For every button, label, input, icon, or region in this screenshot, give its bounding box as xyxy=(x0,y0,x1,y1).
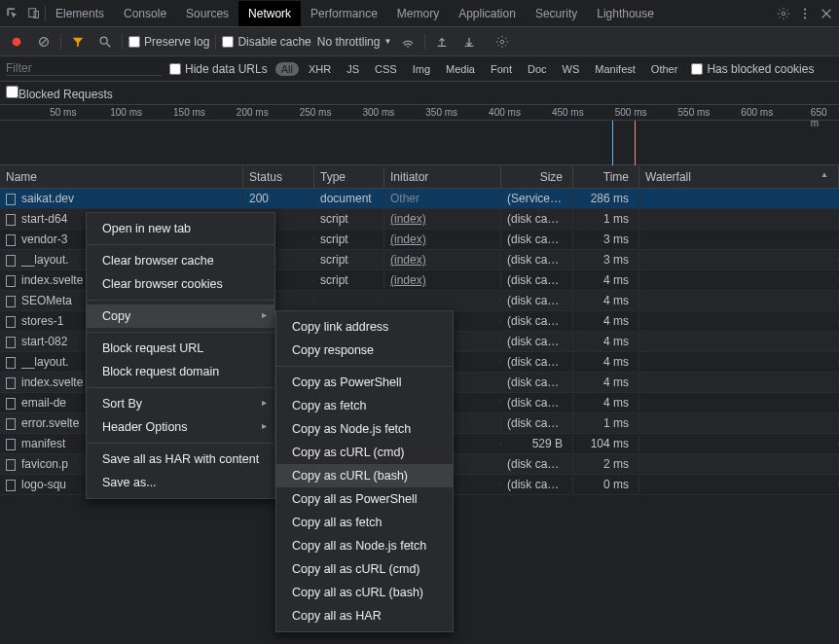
tick: 250 ms xyxy=(300,107,332,118)
domcontentloaded-marker xyxy=(612,121,613,165)
menu-item[interactable]: Copy as cURL (bash) xyxy=(276,464,453,487)
clear-icon[interactable] xyxy=(33,31,55,53)
table-row[interactable]: saikat.dev200documentOther(ServiceW...28… xyxy=(0,189,839,209)
type-filter-css[interactable]: CSS xyxy=(369,62,403,76)
menu-item[interactable]: Copy all as HAR xyxy=(276,604,453,627)
network-conditions-icon[interactable] xyxy=(397,31,419,53)
tick: 400 ms xyxy=(489,107,521,118)
blocked-requests-checkbox[interactable]: Blocked Requests xyxy=(6,86,113,101)
hide-data-urls-checkbox[interactable]: Hide data URLs xyxy=(169,62,268,76)
menu-item[interactable]: Clear browser cache xyxy=(87,249,274,272)
type-filters: AllXHRJSCSSImgMediaFontDocWSManifestOthe… xyxy=(275,62,684,76)
menu-item[interactable]: Save as... xyxy=(87,471,274,494)
inspect-icon[interactable] xyxy=(2,3,23,24)
menu-item[interactable]: Block request URL xyxy=(87,337,274,360)
menu-item[interactable]: Open in new tab xyxy=(87,217,274,240)
toolbar-settings-icon[interactable] xyxy=(492,31,513,53)
svg-point-2 xyxy=(782,12,785,16)
has-blocked-cookies-checkbox[interactable]: Has blocked cookies xyxy=(691,62,814,76)
menu-item[interactable]: Copy all as cURL (cmd) xyxy=(276,557,453,581)
type-filter-font[interactable]: Font xyxy=(485,62,518,76)
menu-item[interactable]: Copy all as fetch xyxy=(276,511,453,534)
col-time[interactable]: Time xyxy=(573,166,639,188)
timeline-overview[interactable]: 50 ms100 ms150 ms200 ms250 ms300 ms350 m… xyxy=(0,105,839,165)
tick: 600 ms xyxy=(741,107,773,118)
col-waterfall[interactable]: Waterfall xyxy=(639,166,839,188)
menu-item[interactable]: Copy as Node.js fetch xyxy=(276,417,453,441)
type-filter-doc[interactable]: Doc xyxy=(522,62,553,76)
tab-network[interactable]: Network xyxy=(238,1,301,26)
svg-point-4 xyxy=(804,12,806,14)
col-name[interactable]: Name xyxy=(0,166,243,188)
tick: 500 ms xyxy=(615,107,647,118)
type-filter-img[interactable]: Img xyxy=(407,62,436,76)
disable-cache-checkbox[interactable]: Disable cache xyxy=(222,35,310,49)
svg-point-9 xyxy=(408,45,410,47)
tick: 150 ms xyxy=(173,107,205,118)
tab-elements[interactable]: Elements xyxy=(46,1,114,26)
col-size[interactable]: Size xyxy=(501,166,573,188)
import-har-icon[interactable] xyxy=(431,31,453,53)
filter-input[interactable] xyxy=(6,61,162,76)
tab-console[interactable]: Console xyxy=(114,1,176,26)
type-filter-js[interactable]: JS xyxy=(341,62,365,76)
col-type[interactable]: Type xyxy=(314,166,384,188)
menu-item[interactable]: Block request domain xyxy=(87,360,274,383)
menu-item[interactable]: Copy as fetch xyxy=(276,394,453,417)
type-filter-xhr[interactable]: XHR xyxy=(303,62,337,76)
menu-item[interactable]: Copy all as PowerShell xyxy=(276,487,453,511)
menu-item[interactable]: Sort By xyxy=(87,392,274,415)
svg-rect-0 xyxy=(29,8,36,17)
tick: 350 ms xyxy=(425,107,457,118)
type-filter-ws[interactable]: WS xyxy=(557,62,586,76)
type-filter-other[interactable]: Other xyxy=(645,62,684,76)
col-initiator[interactable]: Initiator xyxy=(384,166,501,188)
throttling-select[interactable]: No throttling▼ xyxy=(317,35,392,49)
svg-point-8 xyxy=(100,37,107,44)
close-icon[interactable] xyxy=(816,3,837,24)
tab-memory[interactable]: Memory xyxy=(387,1,449,26)
col-status[interactable]: Status xyxy=(243,166,314,188)
menu-item[interactable]: Save all as HAR with content xyxy=(87,447,274,471)
svg-point-3 xyxy=(804,8,806,10)
svg-point-6 xyxy=(13,37,21,46)
blocked-requests-bar: Blocked Requests xyxy=(0,82,839,105)
type-filter-all[interactable]: All xyxy=(275,62,299,76)
filter-icon[interactable] xyxy=(67,31,89,53)
tick: 200 ms xyxy=(237,107,269,118)
menu-item[interactable]: Copy as cURL (cmd) xyxy=(276,441,453,464)
menu-item[interactable]: Copy all as Node.js fetch xyxy=(276,534,453,557)
menu-item[interactable]: Header Options xyxy=(87,415,274,439)
settings-icon[interactable] xyxy=(773,3,794,24)
tick: 100 ms xyxy=(110,107,142,118)
tick: 550 ms xyxy=(678,107,711,118)
filter-bar: Hide data URLs AllXHRJSCSSImgMediaFontDo… xyxy=(0,56,839,82)
menu-item[interactable]: Copy as PowerShell xyxy=(276,371,453,394)
svg-point-10 xyxy=(501,40,505,44)
menu-item[interactable]: Copy all as cURL (bash) xyxy=(276,581,453,604)
export-har-icon[interactable] xyxy=(458,31,480,53)
svg-point-5 xyxy=(804,17,806,18)
context-menu: Open in new tabClear browser cacheClear … xyxy=(86,212,275,499)
menu-item[interactable]: Clear browser cookies xyxy=(87,272,274,296)
device-toggle-icon[interactable] xyxy=(23,3,45,24)
menu-item[interactable]: Copy xyxy=(87,304,274,328)
more-icon[interactable] xyxy=(794,3,816,24)
tick: 450 ms xyxy=(552,107,584,118)
tick: 50 ms xyxy=(50,107,76,118)
menu-item[interactable]: Copy response xyxy=(276,339,453,362)
type-filter-media[interactable]: Media xyxy=(440,62,481,76)
tab-sources[interactable]: Sources xyxy=(176,1,238,26)
type-filter-manifest[interactable]: Manifest xyxy=(589,62,641,76)
tab-application[interactable]: Application xyxy=(449,1,526,26)
preserve-log-checkbox[interactable]: Preserve log xyxy=(128,35,209,49)
tab-lighthouse[interactable]: Lighthouse xyxy=(587,1,664,26)
tab-performance[interactable]: Performance xyxy=(301,1,387,26)
tab-security[interactable]: Security xyxy=(526,1,587,26)
menu-item[interactable]: Copy link address xyxy=(276,315,453,339)
load-marker xyxy=(635,121,636,165)
search-icon[interactable] xyxy=(94,31,116,53)
network-toolbar: Preserve log Disable cache No throttling… xyxy=(0,27,839,56)
main-tabs: ElementsConsoleSourcesNetworkPerformance… xyxy=(0,0,839,27)
record-icon[interactable] xyxy=(6,31,27,53)
